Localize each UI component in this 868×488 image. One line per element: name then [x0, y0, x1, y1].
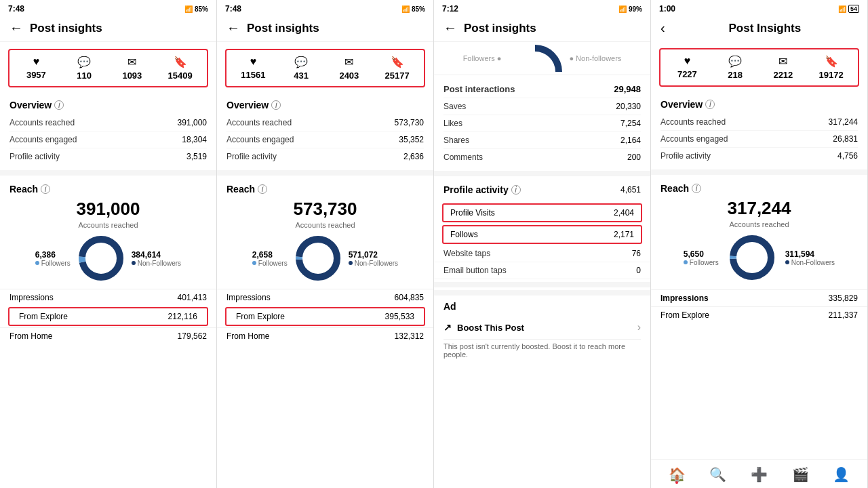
- stat-comments-2: 💬 431: [277, 56, 326, 81]
- followers-dot-2: [252, 261, 256, 265]
- time-3: 7:12: [442, 4, 458, 14]
- send-icon-1: ✉: [127, 56, 136, 68]
- profile-activity-section: Profile activity i 4,651: [434, 179, 650, 202]
- post-interactions-section: Post interactions 29,948 Saves 20,330 Li…: [434, 75, 650, 168]
- reach-info-icon-4[interactable]: i: [692, 184, 701, 193]
- time-4: 1:00: [659, 4, 675, 14]
- accounts-engaged-row-2: Accounts engaged 35,352: [226, 131, 424, 148]
- back-button-2[interactable]: ←: [226, 20, 240, 36]
- from-home-row-1: From Home 179,562: [0, 327, 216, 344]
- profile-activity-row-1: Profile activity 3,519: [9, 148, 207, 165]
- heart-icon-2: ♥: [250, 56, 257, 68]
- divider-1: [0, 170, 216, 176]
- nav-search[interactable]: 🔍: [709, 466, 726, 483]
- from-explore-row-1: From Explore 212,116: [8, 307, 208, 326]
- from-home-row-2: From Home 132,312: [217, 327, 433, 344]
- boost-label: ↗ Boost This Post: [443, 322, 524, 333]
- saves-count-4: 19172: [819, 70, 844, 80]
- stat-saves-4: 🔖 19172: [807, 55, 855, 80]
- stats-box-1: ♥ 3957 💬 110 ✉ 1093 🔖 15409: [8, 49, 208, 87]
- page-title-2: Post insights: [247, 22, 319, 35]
- back-button-4[interactable]: ‹: [660, 20, 665, 36]
- non-followers-legend-4: 311,594 Non-Followers: [785, 249, 835, 266]
- wifi-icon: 📶: [838, 5, 846, 13]
- reach-info-icon-1[interactable]: i: [41, 184, 50, 194]
- profile-activity-info-icon[interactable]: i: [511, 185, 521, 195]
- back-button-1[interactable]: ←: [9, 20, 23, 36]
- non-followers-dot-4: [785, 260, 789, 264]
- bookmark-icon-1: 🔖: [174, 56, 187, 68]
- follows-highlight: Follows 2,171: [442, 225, 642, 244]
- svg-point-4: [299, 239, 337, 277]
- likes-count-4: 7227: [677, 69, 697, 79]
- impressions-row-4: Impressions 335,829: [651, 289, 867, 306]
- email-button-taps-row: Email button taps 0: [434, 262, 650, 279]
- from-explore-row-2: From Explore 395,533: [225, 307, 425, 326]
- overview-info-icon-1[interactable]: i: [54, 100, 64, 110]
- divider-4: [651, 169, 867, 175]
- signal-icon-2: 📶: [401, 5, 410, 13]
- stats-box-4: ♥ 7227 💬 218 ✉ 2212 🔖 19172: [659, 48, 859, 87]
- boost-row[interactable]: ↗ Boost This Post ›: [443, 316, 641, 340]
- battery-1: 85%: [195, 5, 208, 13]
- profile-activity-row-2: Profile activity 2,636: [226, 148, 424, 165]
- likes-count-2: 11561: [241, 70, 265, 80]
- status-icons-4: 📶 54: [838, 5, 859, 13]
- followers-label: Followers ●: [463, 54, 502, 62]
- stat-saves-1: 🔖 15409: [156, 56, 204, 81]
- status-bar-3: 7:12 📶 99%: [434, 0, 650, 16]
- accounts-reached-row-1: Accounts reached 391,000: [9, 115, 207, 131]
- stat-shares-2: ✉ 2403: [326, 56, 374, 81]
- stats-box-2: ♥ 11561 💬 431 ✉ 2403 🔖 25177: [225, 49, 425, 87]
- divider-3: [434, 171, 650, 176]
- profile-visits-row: Profile Visits 2,404: [443, 205, 641, 221]
- reach-chart-2: 2,658 Followers 571,072 Non-Followers: [226, 235, 424, 282]
- overview-title-1: Overview i: [9, 100, 207, 110]
- time-2: 7:48: [225, 4, 241, 14]
- heart-icon-4: ♥: [684, 55, 691, 67]
- accounts-engaged-row-4: Accounts engaged 26,831: [660, 131, 858, 148]
- followers-legend-2: 2,658 Followers: [252, 250, 288, 267]
- overview-info-icon-4[interactable]: i: [705, 100, 715, 109]
- non-followers-legend-2: 571,072 Non-Followers: [349, 250, 398, 267]
- overview-info-icon-2[interactable]: i: [271, 100, 281, 110]
- ad-title: Ad: [443, 301, 641, 312]
- donut-chart-4: [728, 234, 776, 281]
- donut-chart-2: [294, 235, 342, 282]
- comment-icon-4: 💬: [728, 55, 742, 68]
- send-icon-2: ✉: [344, 56, 353, 68]
- status-icons-3: 📶 99%: [618, 5, 642, 13]
- nav-reels[interactable]: 🎬: [792, 466, 809, 483]
- panel-1: 7:48 📶 85% ← Post insights ♥ 3957 💬 110 …: [0, 0, 217, 488]
- header-3: ← Post insights: [434, 16, 650, 42]
- back-button-3[interactable]: ←: [443, 20, 457, 36]
- panel-2: 7:48 📶 85% ← Post insights ♥ 11561 💬 431…: [217, 0, 434, 488]
- send-icon-4: ✉: [778, 55, 787, 68]
- comments-count-4: 218: [728, 70, 743, 80]
- header-4: ‹ Post Insights: [651, 16, 867, 41]
- nav-profile[interactable]: 👤: [833, 466, 850, 483]
- nav-home[interactable]: 🏠: [669, 466, 686, 483]
- reach-chart-1: 6,386 Followers 384,614 Non-Followers: [9, 235, 207, 282]
- reach-chart-4: 5,650 Followers 311,594 Non-Followers: [660, 234, 858, 281]
- non-followers-label: ● Non-followers: [569, 54, 621, 62]
- reach-label-4: Accounts reached: [660, 220, 858, 228]
- likes-row: Likes 7,254: [443, 115, 641, 132]
- stat-likes-2: ♥ 11561: [229, 56, 277, 81]
- bottom-nav: 🏠 🔍 ➕ 🎬 👤: [651, 459, 867, 488]
- comments-row: Comments 200: [443, 149, 641, 165]
- follows-row: Follows 2,171: [443, 226, 641, 243]
- reach-info-icon-2[interactable]: i: [258, 184, 267, 194]
- shares-count-1: 1093: [122, 70, 142, 81]
- boost-description: This post isn't currently boosted. Boost…: [443, 340, 641, 361]
- saves-count-1: 15409: [168, 70, 193, 81]
- panel-3: 7:12 📶 99% ← Post insights Followers ● ●…: [434, 0, 651, 488]
- profile-activity-row-4: Profile activity 4,756: [660, 148, 858, 164]
- overview-section-4: Overview i Accounts reached 317,244 Acco…: [651, 94, 867, 167]
- comments-count-2: 431: [294, 70, 309, 81]
- nav-create[interactable]: ➕: [751, 466, 768, 483]
- header-1: ← Post insights: [0, 16, 216, 42]
- heart-icon-1: ♥: [33, 56, 40, 68]
- divider-2: [217, 170, 433, 176]
- shares-count-4: 2212: [773, 70, 793, 80]
